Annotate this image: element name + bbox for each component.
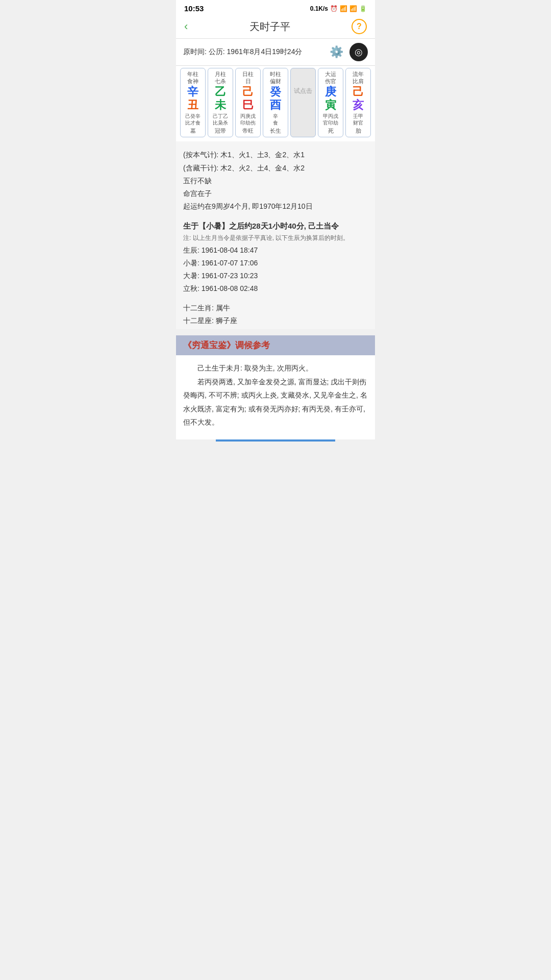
pillar-sub: 丙庚戊印劫伤 bbox=[237, 113, 259, 126]
pillar-top-label: 大运 bbox=[319, 70, 342, 78]
pillar-role-label: 比肩 bbox=[347, 78, 369, 85]
info-spacer-12 bbox=[183, 296, 368, 302]
pillar-sub: 壬甲财官 bbox=[347, 113, 369, 126]
pillar-phase: 墓 bbox=[182, 127, 204, 135]
info-line-8: 生辰: 1961-08-04 18:47 bbox=[183, 244, 368, 257]
pillar-bottom-char: 寅 bbox=[319, 99, 342, 112]
pillars-container: 年柱 食神 辛 丑 己癸辛比才食 墓 月柱 七杀 乙 未 己丁乙比枭杀 冠带 日… bbox=[176, 66, 375, 141]
info-line-1: (含藏干计): 木2、火2、土4、金4、水2 bbox=[183, 162, 368, 175]
pillar-top-char: 己 bbox=[237, 85, 259, 99]
header: ‹ 天时子平 ? bbox=[176, 15, 375, 39]
pillar-role-label: 日 bbox=[237, 78, 259, 85]
original-time: 原时间: 公历: 1961年8月4日19时24分 bbox=[183, 47, 302, 57]
pillar-phase: 死 bbox=[319, 127, 342, 135]
info-line-7: 注: 以上生月当令是依据子平真诠, 以下生辰为换算后的时刻。 bbox=[183, 233, 368, 244]
pillar-top-char: 庚 bbox=[319, 85, 342, 99]
info-line-4: 起运约在9周岁4个月, 即1970年12月10日 bbox=[183, 200, 368, 213]
info-line-2: 五行不缺 bbox=[183, 175, 368, 187]
pillar-hour[interactable]: 时柱 偏财 癸 酉 辛食 长生 bbox=[263, 68, 288, 137]
battery-icon: 🔋 bbox=[359, 5, 367, 12]
page-title: 天时子平 bbox=[249, 20, 290, 34]
pillar-year[interactable]: 年柱 食神 辛 丑 己癸辛比才食 墓 bbox=[180, 68, 206, 137]
pillar-top-char: 乙 bbox=[209, 85, 232, 99]
pillar-top-label: 月柱 bbox=[209, 70, 232, 78]
bottom-line bbox=[216, 439, 335, 442]
pillar-dayun[interactable]: 大运 伤官 庚 寅 甲丙戊官印劫 死 bbox=[318, 68, 343, 137]
alarm-icon: ⏰ bbox=[330, 5, 338, 12]
info-line-13: 十二生肖: 属牛 bbox=[183, 302, 368, 314]
pillar-day[interactable]: 日柱 日 己 巳 丙庚戊印劫伤 帝旺 bbox=[235, 68, 261, 137]
info-spacer-5 bbox=[183, 213, 368, 219]
time-icons: ⚙️ bbox=[330, 43, 368, 61]
pillar-sub: 甲丙戊官印劫 bbox=[319, 113, 342, 126]
pillar-top-label: 日柱 bbox=[237, 70, 259, 78]
eye-button[interactable] bbox=[349, 43, 368, 61]
pillar-role-label: 七杀 bbox=[209, 78, 232, 85]
pillar-blank[interactable]: 试点击 bbox=[290, 68, 316, 137]
info-section: (按本气计): 木1、火1、土3、金2、水1(含藏干计): 木2、火2、土4、金… bbox=[176, 141, 375, 329]
info-line-10: 大暑: 1961-07-23 10:23 bbox=[183, 270, 368, 282]
wifi-icon: 📶 bbox=[349, 5, 357, 12]
info-line-6: 生于【小暑】之后约28天1小时40分, 己土当令 bbox=[183, 219, 368, 233]
info-line-0: (按本气计): 木1、火1、土3、金2、水1 bbox=[183, 149, 368, 161]
pillar-bottom-char: 亥 bbox=[347, 99, 369, 112]
status-bar: 10:53 0.1K/s ⏰ 📶 📶 🔋 bbox=[176, 0, 375, 15]
prose-section: 己土生于未月: 取癸为主, 次用丙火。若丙癸两透, 又加辛金发癸之源, 富而显达… bbox=[176, 355, 375, 439]
info-line-11: 立秋: 1961-08-08 02:48 bbox=[183, 282, 368, 295]
info-line-3: 命宫在子 bbox=[183, 187, 368, 200]
network-speed: 0.1K/s bbox=[310, 5, 328, 12]
pillar-bottom-char: 巳 bbox=[237, 99, 259, 112]
pillar-bottom-char: 酉 bbox=[264, 99, 287, 112]
section-header-text: 《穷通宝鉴》调候参考 bbox=[183, 340, 270, 350]
pillar-sub: 己癸辛比才食 bbox=[182, 113, 204, 126]
pillar-phase: 长生 bbox=[264, 127, 287, 135]
status-right: 0.1K/s ⏰ 📶 📶 🔋 bbox=[310, 5, 367, 12]
pillar-bottom-char: 丑 bbox=[182, 99, 204, 112]
pillar-top-char: 己 bbox=[347, 85, 369, 99]
time-bar: 原时间: 公历: 1961年8月4日19时24分 ⚙️ bbox=[176, 39, 375, 66]
pillar-role-label: 食神 bbox=[182, 78, 204, 85]
help-button[interactable]: ? bbox=[352, 19, 367, 34]
pillars-table: 年柱 食神 辛 丑 己癸辛比才食 墓 月柱 七杀 乙 未 己丁乙比枭杀 冠带 日… bbox=[180, 68, 371, 137]
pillar-top-label: 流年 bbox=[347, 70, 369, 78]
pillar-top-char: 辛 bbox=[182, 85, 204, 99]
pillar-phase: 帝旺 bbox=[237, 127, 259, 135]
pillar-liuyear[interactable]: 流年 比肩 己 亥 壬甲财官 胎 bbox=[345, 68, 371, 137]
pillar-role-label: 偏财 bbox=[264, 78, 287, 85]
info-line-14: 十二星座: 狮子座 bbox=[183, 314, 368, 327]
pillar-top-label: 年柱 bbox=[182, 70, 204, 78]
status-time: 10:53 bbox=[184, 4, 204, 13]
pillar-sub: 辛食 bbox=[264, 113, 287, 126]
pillar-top-char: 癸 bbox=[264, 85, 287, 99]
prose-line-1: 若丙癸两透, 又加辛金发癸之源, 富而显达; 戊出干则伤癸晦丙, 不可不辨; 或… bbox=[183, 375, 368, 429]
pillar-top-label: 时柱 bbox=[264, 70, 287, 78]
settings-icon[interactable]: ⚙️ bbox=[330, 45, 343, 59]
info-line-9: 小暑: 1961-07-07 17:06 bbox=[183, 257, 368, 270]
section-header: 《穷通宝鉴》调候参考 bbox=[176, 335, 375, 355]
pillar-role-label: 伤官 bbox=[319, 78, 342, 85]
pillar-bottom-char: 未 bbox=[209, 99, 232, 112]
pillar-phase: 冠带 bbox=[209, 127, 232, 135]
prose-line-0: 己土生于未月: 取癸为主, 次用丙火。 bbox=[183, 361, 368, 375]
signal-icon: 📶 bbox=[340, 5, 347, 12]
pillar-phase: 胎 bbox=[347, 127, 369, 135]
pillar-sub: 己丁乙比枭杀 bbox=[209, 113, 232, 126]
back-button[interactable]: ‹ bbox=[184, 20, 188, 33]
pillar-month[interactable]: 月柱 七杀 乙 未 己丁乙比枭杀 冠带 bbox=[208, 68, 233, 137]
